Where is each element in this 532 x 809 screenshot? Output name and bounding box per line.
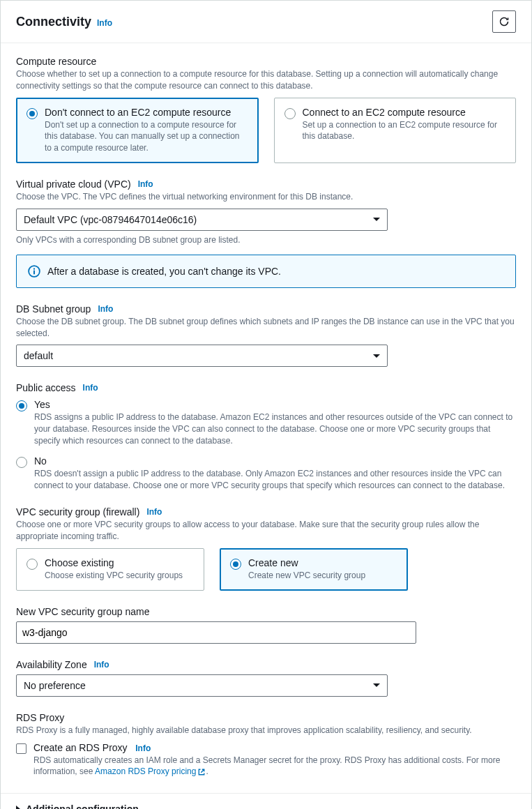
refresh-button[interactable] [492,10,516,33]
vpc-label: Virtual private cloud (VPC) [16,179,131,190]
info-link[interactable]: Info [138,179,153,189]
sg-label: VPC security group (firewall) [16,506,139,517]
vpc-hint: Only VPCs with a corresponding DB subnet… [16,235,516,245]
tile-title: Create new [248,557,397,568]
info-link[interactable]: Info [94,660,109,670]
select-value: No preference [24,680,86,691]
title-text: Connectivity [16,15,91,29]
svg-rect-2 [33,268,35,269]
proxy-section: RDS Proxy RDS Proxy is a fully managed, … [16,712,516,778]
proxy-pricing-link[interactable]: Amazon RDS Proxy pricing [95,766,206,776]
proxy-label: RDS Proxy [16,712,516,723]
vpc-desc: Choose the VPC. The VPC defines the virt… [16,191,516,203]
proxy-checkbox[interactable] [16,743,26,754]
vpc-alert: After a database is created, you can't c… [16,255,516,288]
compute-tile-connect[interactable]: Connect to an EC2 compute resource Set u… [274,98,517,163]
additional-config-label: Additional configuration [26,803,139,809]
compute-label: Compute resource [16,56,516,67]
chevron-down-icon [373,354,380,358]
info-link[interactable]: Info [146,507,162,517]
info-link[interactable]: Info [83,383,98,393]
tile-title: Connect to an EC2 compute resource [303,107,506,118]
panel-title: Connectivity Info [16,15,112,29]
tile-desc: Create new VPC security group [248,570,397,582]
sg-name-section: New VPC security group name [16,606,516,644]
tile-desc: Don't set up a connection to a compute r… [45,119,248,154]
vpc-section: Virtual private cloud (VPC) Info Choose … [16,179,516,245]
subnet-section: DB Subnet group Info Choose the DB subne… [16,303,516,368]
sg-tile-row: Choose existing Choose existing VPC secu… [16,548,516,591]
panel-header: Connectivity Info [1,1,531,43]
public-access-section: Public access Info Yes RDS assigns a pub… [16,382,516,491]
subnet-desc: Choose the DB subnet group. The DB subne… [16,316,516,340]
proxy-desc: RDS Proxy is a fully managed, highly ava… [16,725,516,736]
compute-tile-row: Don't connect to an EC2 compute resource… [16,98,516,163]
connectivity-panel: Connectivity Info Compute resource Choos… [0,0,532,809]
option-title: Yes [34,399,516,410]
select-value: default [24,350,53,361]
public-no-option[interactable]: No RDS doesn't assign a public IP addres… [16,455,516,492]
sg-name-input[interactable] [16,621,416,644]
proxy-check-desc: RDS automatically creates an IAM role an… [33,755,516,778]
compute-section: Compute resource Choose whether to set u… [16,56,516,163]
subnet-label: DB Subnet group [16,303,91,315]
radio-icon [16,400,27,411]
proxy-checkbox-row: Create an RDS Proxy Info RDS automatical… [16,742,516,778]
option-title: No [34,455,516,467]
compute-desc: Choose whether to set up a connection to… [16,68,516,92]
public-label: Public access [16,382,76,393]
tile-desc: Set up a connection to an EC2 compute re… [303,119,506,143]
radio-icon [230,559,241,570]
tile-title: Don't connect to an EC2 compute resource [45,107,248,118]
info-link[interactable]: Info [135,743,151,753]
radio-icon [284,108,296,119]
option-desc: RDS assigns a public IP address to the d… [34,411,516,446]
tile-desc: Choose existing VPC security groups [45,570,194,582]
security-group-section: VPC security group (firewall) Info Choos… [16,506,516,590]
az-section: Availability Zone Info No preference [16,659,516,697]
info-link[interactable]: Info [97,18,112,28]
panel-body: Compute resource Choose whether to set u… [1,43,531,793]
option-desc: RDS doesn't assign a public IP address t… [34,468,516,492]
sg-tile-create[interactable]: Create new Create new VPC security group [220,548,408,591]
sg-desc: Choose one or more VPC security groups t… [16,519,516,543]
vpc-select[interactable]: Default VPC (vpc-08794647014e06c16) [16,209,388,231]
compute-tile-dont-connect[interactable]: Don't connect to an EC2 compute resource… [16,98,259,163]
svg-rect-1 [33,270,35,274]
select-value: Default VPC (vpc-08794647014e06c16) [24,214,197,225]
radio-icon [16,457,27,468]
sg-name-label: New VPC security group name [16,606,516,617]
subnet-select[interactable]: default [16,345,388,367]
caret-right-icon [16,806,20,809]
az-select[interactable]: No preference [16,674,388,697]
additional-config-toggle[interactable]: Additional configuration [1,793,531,809]
info-icon [28,265,40,278]
public-yes-option[interactable]: Yes RDS assigns a public IP address to t… [16,399,516,446]
alert-text: After a database is created, you can't c… [47,266,281,277]
refresh-icon [499,16,510,27]
info-link[interactable]: Info [98,304,113,314]
az-label: Availability Zone [16,659,87,670]
radio-icon [26,559,38,570]
radio-icon [26,108,38,119]
external-link-icon [197,768,206,776]
proxy-check-label: Create an RDS Proxy [33,742,128,753]
sg-tile-existing[interactable]: Choose existing Choose existing VPC secu… [16,548,204,591]
tile-title: Choose existing [45,557,194,568]
chevron-down-icon [373,218,380,221]
chevron-down-icon [373,683,380,687]
